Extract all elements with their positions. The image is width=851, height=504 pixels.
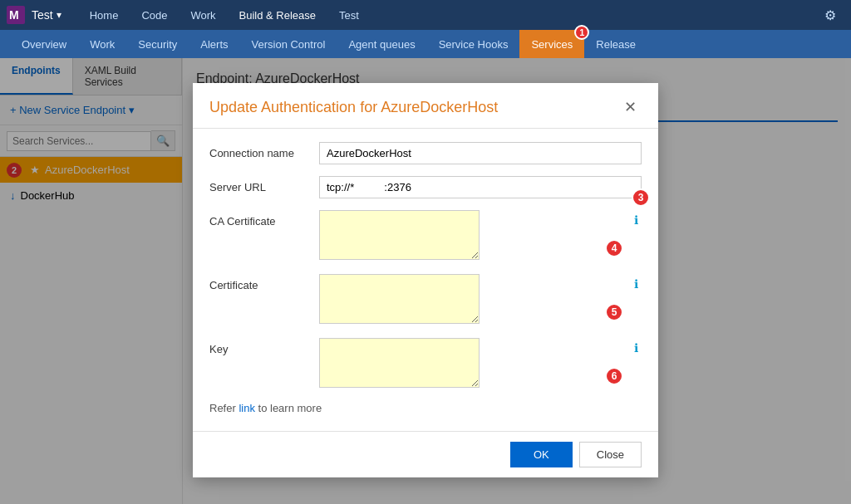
cert-input[interactable] bbox=[319, 274, 480, 324]
key-input[interactable] bbox=[319, 338, 480, 388]
nav-service-hooks[interactable]: Service Hooks bbox=[427, 30, 520, 58]
nav-build-release[interactable]: Build & Release bbox=[228, 0, 328, 30]
project-name[interactable]: Test bbox=[32, 8, 53, 22]
cert-wrapper: ℹ 5 bbox=[319, 274, 642, 326]
top-nav: M Test ▾ Home Code Work Build & Release … bbox=[0, 0, 851, 30]
modal-dialog: Update Authentication for AzureDockerHos… bbox=[193, 83, 658, 477]
modal-title: Update Authentication for AzureDockerHos… bbox=[209, 99, 498, 116]
modal-footer: OK Close bbox=[193, 431, 658, 477]
key-row: Key ℹ 6 bbox=[209, 338, 642, 390]
refer-link[interactable]: link bbox=[239, 402, 255, 414]
nav-code[interactable]: Code bbox=[130, 0, 179, 30]
nav-work[interactable]: Work bbox=[179, 0, 227, 30]
ca-cert-row: CA Certificate ℹ 4 bbox=[209, 210, 642, 262]
nav-test[interactable]: Test bbox=[327, 0, 371, 30]
cert-info-icon[interactable]: ℹ bbox=[634, 277, 638, 291]
key-wrapper: ℹ 6 bbox=[319, 338, 642, 390]
connection-name-input[interactable] bbox=[319, 142, 642, 164]
nav-overview[interactable]: Overview bbox=[10, 30, 78, 58]
modal-overlay: Update Authentication for AzureDockerHos… bbox=[0, 58, 851, 504]
second-nav: Overview Work Security Alerts Version Co… bbox=[0, 30, 851, 58]
server-url-label: Server URL bbox=[209, 176, 309, 193]
step-badge-3: 3 bbox=[632, 188, 650, 207]
nav-work[interactable]: Work bbox=[78, 30, 126, 58]
ok-button[interactable]: OK bbox=[510, 442, 573, 467]
server-url-wrapper: 3 bbox=[319, 176, 642, 198]
modal-header: Update Authentication for AzureDockerHos… bbox=[193, 83, 658, 129]
nav-alerts[interactable]: Alerts bbox=[189, 30, 239, 58]
step-badge-6: 6 bbox=[605, 367, 623, 385]
nav-security[interactable]: Security bbox=[126, 30, 189, 58]
nav-agent-queues[interactable]: Agent queues bbox=[337, 30, 426, 58]
nav-release[interactable]: Release bbox=[584, 30, 647, 58]
step-badge-5: 5 bbox=[605, 303, 623, 321]
ca-cert-label: CA Certificate bbox=[209, 210, 309, 228]
nav-home[interactable]: Home bbox=[78, 0, 130, 30]
step-badge-4: 4 bbox=[605, 239, 623, 257]
nav-version-control[interactable]: Version Control bbox=[240, 30, 337, 58]
key-info-icon[interactable]: ℹ bbox=[634, 341, 638, 355]
app-logo: M bbox=[7, 6, 25, 24]
close-button[interactable]: Close bbox=[579, 442, 642, 467]
connection-name-row: Connection name bbox=[209, 142, 642, 164]
ca-cert-info-icon[interactable]: ℹ bbox=[634, 213, 638, 227]
connection-name-label: Connection name bbox=[209, 142, 309, 159]
ca-cert-wrapper: ℹ 4 bbox=[319, 210, 642, 262]
cert-label: Certificate bbox=[209, 274, 309, 291]
modal-close-button[interactable]: ✕ bbox=[619, 96, 642, 118]
gear-icon[interactable]: ⚙ bbox=[816, 7, 844, 23]
refer-text: Refer link to learn more bbox=[209, 402, 642, 414]
cert-row: Certificate ℹ 5 bbox=[209, 274, 642, 326]
key-label: Key bbox=[209, 338, 309, 355]
svg-text:M: M bbox=[9, 8, 19, 22]
nav-services[interactable]: Services 1 bbox=[519, 30, 584, 58]
project-dropdown[interactable]: ▾ bbox=[57, 9, 61, 21]
modal-body: Connection name Server URL 3 CA Certific… bbox=[193, 129, 658, 431]
server-url-input[interactable] bbox=[319, 176, 642, 198]
server-url-row: Server URL 3 bbox=[209, 176, 642, 198]
top-nav-items: Home Code Work Build & Release Test bbox=[78, 0, 816, 30]
ca-cert-input[interactable] bbox=[319, 210, 480, 260]
